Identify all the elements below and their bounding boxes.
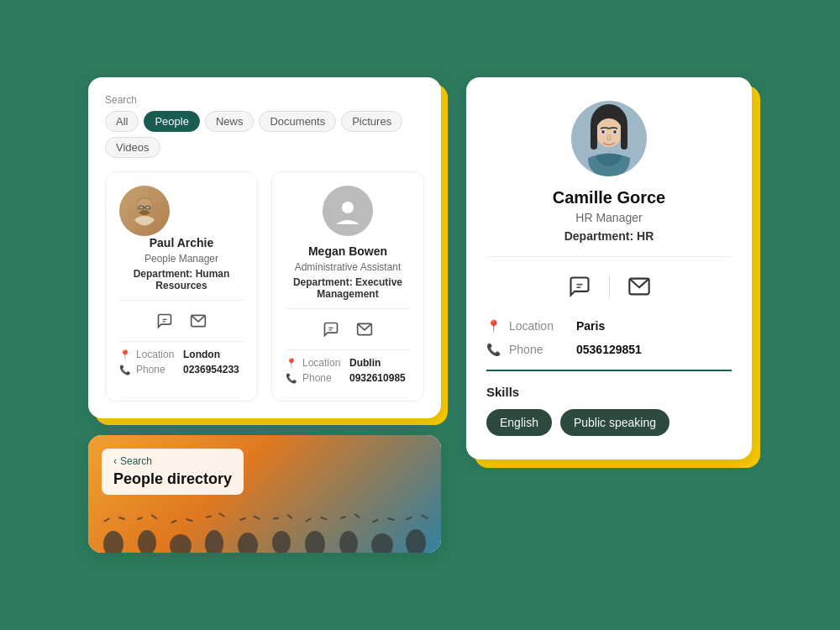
svg-point-28 xyxy=(272,531,291,553)
svg-point-49 xyxy=(601,130,605,134)
svg-rect-26 xyxy=(239,517,246,522)
paul-email-icon[interactable] xyxy=(186,309,210,333)
megan-dept-label: Department: xyxy=(293,276,353,288)
svg-rect-23 xyxy=(206,515,212,518)
svg-rect-24 xyxy=(218,512,225,517)
profile-phone-icon: 📞 xyxy=(486,343,501,356)
profile-location-value: Paris xyxy=(576,319,605,333)
filter-documents[interactable]: Documents xyxy=(259,111,336,132)
directory-back[interactable]: ‹ Search xyxy=(113,455,232,467)
svg-rect-42 xyxy=(421,514,428,519)
directory-panel[interactable]: ‹ Search People directory xyxy=(88,435,441,553)
svg-point-22 xyxy=(205,530,223,553)
profile-phone-row: 📞 Phone 0536129851 xyxy=(486,343,732,356)
paul-location-icon: 📍 xyxy=(119,349,131,360)
paul-location-row: 📍 Location London xyxy=(119,349,244,360)
avatar-megan xyxy=(323,186,373,236)
megan-location-row: 📍 Location Dublin xyxy=(286,357,410,369)
megan-location-icon: 📍 xyxy=(286,358,297,369)
skill-public-speaking[interactable]: Public speaking xyxy=(560,409,669,436)
svg-rect-47 xyxy=(621,124,627,150)
profile-phone-label: Phone xyxy=(509,343,568,356)
svg-point-34 xyxy=(339,531,358,553)
filter-pictures[interactable]: Pictures xyxy=(341,111,402,132)
svg-rect-17 xyxy=(137,517,143,520)
paul-actions xyxy=(119,300,244,333)
paul-phone-label: Phone xyxy=(136,364,178,375)
action-divider xyxy=(609,275,610,298)
svg-rect-20 xyxy=(171,519,177,523)
avatar-paul xyxy=(119,186,170,236)
filter-news[interactable]: News xyxy=(205,111,255,132)
filter-videos[interactable]: Videos xyxy=(105,137,160,158)
svg-point-40 xyxy=(406,529,426,553)
megan-chat-icon[interactable] xyxy=(319,318,343,341)
profile-email-icon[interactable] xyxy=(623,270,655,302)
paul-chat-icon[interactable] xyxy=(153,309,176,333)
paul-dept: Department: Human Resources xyxy=(119,268,244,291)
skills-section: Skills English Public speaking xyxy=(486,370,732,436)
svg-point-31 xyxy=(305,531,325,553)
people-cards: Paul Archie People Manager Department: H… xyxy=(105,171,424,402)
back-label: Search xyxy=(120,455,152,467)
paul-dept-label: Department: xyxy=(134,268,193,280)
profile-card: Camille Gorce HR Manager Department: HR xyxy=(466,77,752,459)
svg-point-16 xyxy=(138,530,156,553)
megan-phone-icon: 📞 xyxy=(286,373,297,384)
profile-dept: Department: HR xyxy=(486,229,732,243)
megan-phone-row: 📞 Phone 0932610985 xyxy=(286,372,410,384)
directory-title: People directory xyxy=(113,470,232,488)
paul-title: People Manager xyxy=(119,253,244,265)
profile-location-icon: 📍 xyxy=(486,319,501,333)
filter-tabs: All People News Documents Pictures Video… xyxy=(105,111,424,158)
profile-chat-icon[interactable] xyxy=(564,270,596,302)
filter-all[interactable]: All xyxy=(105,111,139,132)
main-container: Search All People News Documents Picture… xyxy=(88,77,752,553)
megan-name: Megan Bowen xyxy=(286,244,410,258)
skills-tags: English Public speaking xyxy=(486,409,732,436)
profile-dept-label: Department: xyxy=(564,229,633,243)
svg-rect-39 xyxy=(387,517,395,521)
profile-location-label: Location xyxy=(509,319,568,333)
svg-rect-38 xyxy=(372,518,379,522)
profile-avatar xyxy=(571,101,647,176)
svg-rect-21 xyxy=(186,518,193,522)
svg-point-45 xyxy=(596,118,622,147)
megan-location-value: Dublin xyxy=(349,357,381,369)
svg-point-37 xyxy=(371,533,393,553)
profile-phone-value: 0536129851 xyxy=(576,343,642,356)
person-card-paul: Paul Archie People Manager Department: H… xyxy=(105,171,258,402)
directory-text-box: ‹ Search People directory xyxy=(102,449,244,495)
paul-phone-row: 📞 Phone 0236954233 xyxy=(119,364,244,375)
profile-role: HR Manager xyxy=(486,211,732,224)
paul-info: 📍 Location London 📞 Phone 0236954233 xyxy=(119,341,244,375)
skill-english[interactable]: English xyxy=(486,409,552,436)
svg-point-5 xyxy=(139,210,150,215)
svg-rect-33 xyxy=(320,517,328,521)
svg-rect-32 xyxy=(305,517,312,522)
svg-rect-35 xyxy=(340,516,346,519)
paul-location-label: Location xyxy=(136,349,178,360)
svg-point-13 xyxy=(103,531,123,553)
svg-rect-30 xyxy=(286,514,292,520)
megan-title: Administrative Assistant xyxy=(286,261,410,273)
filter-people[interactable]: People xyxy=(144,111,199,132)
chevron-left-icon: ‹ xyxy=(113,455,117,467)
megan-dept: Department: Executive Management xyxy=(286,276,410,300)
profile-dept-value: HR xyxy=(637,229,654,243)
megan-info: 📍 Location Dublin 📞 Phone 0932610985 xyxy=(286,349,410,384)
svg-rect-18 xyxy=(150,514,158,520)
profile-name: Camille Gorce xyxy=(486,188,732,207)
svg-point-51 xyxy=(613,130,617,134)
profile-location-row: 📍 Location Paris xyxy=(486,319,732,333)
svg-rect-36 xyxy=(354,513,360,518)
svg-point-25 xyxy=(238,533,258,553)
paul-phone-icon: 📞 xyxy=(119,365,131,375)
megan-phone-label: Phone xyxy=(302,372,344,384)
left-column: Search All People News Documents Picture… xyxy=(88,77,441,553)
megan-email-icon[interactable] xyxy=(353,318,376,341)
svg-point-19 xyxy=(170,534,192,553)
svg-rect-14 xyxy=(103,517,110,522)
megan-phone-value: 0932610985 xyxy=(349,372,406,384)
svg-point-9 xyxy=(342,202,354,213)
